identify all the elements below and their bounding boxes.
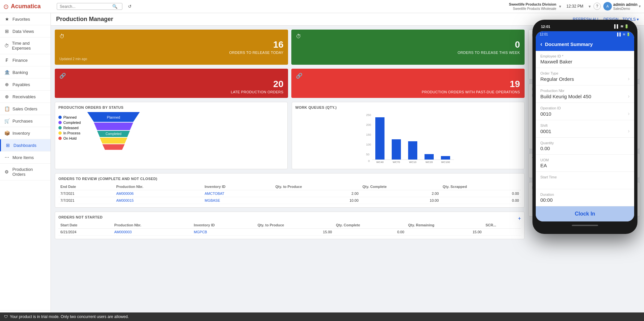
ns-row1-prod-nbr[interactable]: AM000003	[112, 229, 192, 236]
col-scr: SCR...	[484, 222, 521, 229]
sidebar-label-banking: Banking	[12, 70, 28, 75]
row2-prod-nbr-link[interactable]: AM000015	[116, 198, 134, 202]
phone-frame: 12:01 ▌▌ ≋ 🔋 12:01 ▌▌ ≋ 🔋 ‹ Document Sum…	[532, 20, 637, 234]
legend-label-planned: Planned	[63, 115, 76, 119]
time-dropdown-icon[interactable]: ▾	[589, 4, 591, 9]
clock-in-button[interactable]: Clock In	[536, 206, 634, 221]
y-label-0: 0	[368, 159, 370, 163]
bar-wc10	[408, 141, 417, 160]
phone-time: 12:01	[541, 25, 550, 29]
phone-field-quantity: Quantity 0.00	[536, 138, 634, 155]
y-label-200: 200	[366, 123, 371, 126]
user-dropdown-icon[interactable]: ▾	[639, 4, 641, 9]
sidebar-item-inventory[interactable]: 📦 Inventory	[0, 127, 51, 139]
company-dropdown-icon[interactable]: ▾	[559, 4, 561, 9]
row1-prod-nbr[interactable]: AM000006	[114, 190, 203, 197]
kpi-past-due-icon: 🔗	[296, 73, 302, 79]
sidebar-item-purchases[interactable]: 🛒 Purchases	[0, 115, 51, 127]
user-role: SalesDemo	[613, 7, 637, 11]
work-queues-title: WORK QUEUES (QTY.)	[295, 105, 521, 109]
sidebar-label-purchases: Purchases	[12, 119, 32, 124]
orders-not-started-table: Start Date Production Nbr. Inventory ID …	[58, 222, 521, 236]
phone-field-operation-id[interactable]: Operation ID 0010 ›	[536, 103, 634, 120]
kpi-orders-today[interactable]: ⏱ 16 ORDERS TO RELEASE TODAY Updated 2 m…	[55, 30, 288, 65]
sidebar-label-production-orders: Production Orders	[12, 167, 47, 177]
col-qty-complete2: Qty. Complete	[334, 222, 406, 229]
kpi-past-due[interactable]: 🔗 19 PRODUCTION ORDERS WITH PAST-DUE OPE…	[291, 69, 525, 98]
funnel-completed	[94, 123, 133, 130]
ns-row1-prod-nbr-link[interactable]: AM000003	[114, 230, 132, 234]
sidebar-item-time-expenses[interactable]: ⏱ Time and Expenses	[0, 37, 51, 54]
search-input[interactable]	[60, 4, 112, 9]
production-by-status-title: PRODUCTION ORDERS BY STATUS	[58, 105, 284, 109]
operation-id-row: 0010 ›	[540, 111, 630, 117]
sidebar-item-data-views[interactable]: ⊞ Data Views	[0, 25, 51, 37]
sidebar-item-receivables[interactable]: ⊕ Receivables	[0, 91, 51, 103]
y-label-250: 250	[366, 113, 371, 117]
y-label-100: 100	[366, 143, 371, 146]
purchases-icon: 🛒	[4, 118, 10, 124]
payables-icon: ⊕	[4, 82, 10, 87]
phone-back-button[interactable]: ‹	[540, 41, 542, 48]
phone-field-shift[interactable]: Shift 0001 ›	[536, 120, 634, 138]
sidebar-item-more-items[interactable]: ⋯ More Items	[0, 151, 51, 164]
phone-field-employee: Employee ID * Maxwell Baker	[536, 51, 634, 68]
history-button[interactable]: ↺	[125, 2, 134, 11]
time-expenses-icon: ⏱	[4, 43, 10, 48]
bar-wc100	[441, 156, 450, 160]
sidebar-item-favorites[interactable]: ★ Favorites	[0, 13, 51, 25]
uom-value: EA	[540, 163, 630, 168]
row1-inventory-link[interactable]: AMCTOBAT	[205, 192, 224, 195]
kpi-orders-today-label: ORDERS TO RELEASE TODAY	[59, 51, 283, 55]
sidebar-item-payables[interactable]: ⊕ Payables	[0, 79, 51, 91]
sidebar-item-dashboards[interactable]: ⊞ Dashboards	[0, 139, 51, 151]
ns-row1-inventory-id[interactable]: MGPCB	[192, 229, 256, 236]
row2-inventory-id[interactable]: MGBASE	[203, 197, 274, 204]
phone-field-order-type[interactable]: Order Type Regular Orders ›	[536, 68, 634, 85]
phone-field-prod-nbr[interactable]: Production Nbr Build Keurig Model 450 ›	[536, 85, 634, 103]
ns-row1-inventory-link[interactable]: MGPCB	[194, 230, 207, 234]
order-type-label: Order Type	[540, 71, 630, 75]
banking-icon: 🏦	[4, 70, 10, 75]
help-button[interactable]: ?	[593, 3, 601, 10]
sidebar-item-sales-orders[interactable]: 📋 Sales Orders	[0, 103, 51, 115]
finance-icon: ₣	[4, 57, 10, 63]
trial-icon: 🛡	[4, 314, 8, 319]
row2-inventory-link[interactable]: MGBASE	[205, 198, 220, 202]
sidebar-label-more-items: More Items	[12, 155, 34, 160]
search-box[interactable]: 🔍	[57, 3, 122, 10]
funnel-released-label: Completed	[106, 132, 121, 136]
row2-end-date: 7/7/2021	[58, 197, 114, 204]
duration-label: Duration	[540, 193, 630, 196]
col-inventory-id: Inventory ID	[203, 183, 274, 190]
sidebar-item-production-orders[interactable]: ⚙ Production Orders	[0, 164, 51, 180]
phone-home-indicator	[536, 225, 634, 226]
kpi-row-1: ⏱ 16 ORDERS TO RELEASE TODAY Updated 2 m…	[55, 30, 525, 65]
row1-prod-nbr-link[interactable]: AM000006	[116, 192, 134, 195]
kpi-late-orders[interactable]: 🔗 20 LATE PRODUCTION ORDERS	[55, 69, 288, 98]
funnel-area: Planned Completed Released	[58, 112, 284, 165]
sidebar: ★ Favorites ⊞ Data Views ⏱ Time and Expe…	[0, 13, 51, 321]
favorites-icon: ★	[4, 16, 10, 22]
user-name-block: admin admin SalesDemo	[613, 2, 637, 11]
kpi-row-2: 🔗 20 LATE PRODUCTION ORDERS 🔗 19 PRODUCT…	[55, 69, 525, 98]
sidebar-item-banking[interactable]: 🏦 Banking	[0, 66, 51, 79]
time-display: 12:32 PM	[564, 4, 586, 9]
row2-prod-nbr[interactable]: AM000015	[114, 197, 203, 204]
funnel-legend: Planned Completed Released	[58, 112, 81, 140]
ns-row1-qty-complete: 0.00	[334, 229, 406, 236]
ns-row1-qty-remaining: 15.00	[406, 229, 484, 236]
sidebar-item-finance[interactable]: ₣ Finance	[0, 54, 51, 66]
orders-not-started-panel: ORDERS NOT STARTED + Start Date Producti…	[55, 212, 525, 239]
kpi-orders-week[interactable]: ⏱ 0 ORDERS TO RELEASE THIS WEEK	[291, 30, 525, 65]
sidebar-label-inventory: Inventory	[12, 131, 30, 136]
avatar: A	[603, 2, 612, 11]
col-end-date: End Date	[58, 183, 114, 190]
add-row-button[interactable]: +	[518, 216, 521, 221]
company-info: Sweetlife Products Division Sweetlife Pr…	[509, 2, 556, 11]
funnel-planned-label: Planned	[107, 115, 120, 119]
legend-label-released: Released	[63, 126, 78, 130]
row1-inventory-id[interactable]: AMCTOBAT	[203, 190, 274, 197]
col-start-date: Start Date	[58, 222, 112, 229]
user-info: A admin admin SalesDemo ▾	[603, 2, 641, 11]
